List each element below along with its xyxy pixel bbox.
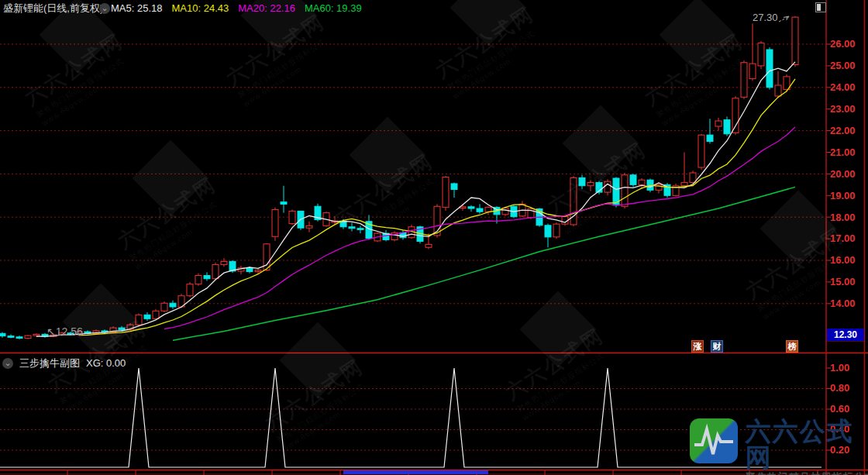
- axis-label: 15.00: [830, 277, 864, 287]
- axis-label: 19.00: [830, 191, 864, 201]
- site-tagline: 聚焦热门精品炒股指标公式: [746, 471, 868, 475]
- axis-label: 17.00: [830, 233, 864, 244]
- ma5-label: MA5: 25.18: [111, 2, 163, 15]
- axis-label: 25.00: [830, 60, 864, 71]
- axis-label: 24.00: [830, 82, 864, 93]
- axis-label: 21.00: [830, 147, 864, 158]
- badge-zhang[interactable]: 涨: [691, 340, 704, 353]
- site-name: 六六公式网: [746, 418, 868, 471]
- axis-label: 26.00: [830, 39, 864, 50]
- axis-label: 18.00: [830, 212, 864, 223]
- price-chart-canvas[interactable]: [0, 0, 868, 475]
- pulse-logo-icon: [690, 418, 738, 463]
- xg-value-label: XG: 0.00: [86, 357, 126, 369]
- sub-collapse-chevron-icon[interactable]: ⌄: [2, 358, 13, 369]
- axis-label: 16.00: [830, 255, 864, 266]
- horizontal-scrollbar-thumb[interactable]: [343, 470, 488, 474]
- ma10-label: MA10: 24.43: [172, 2, 229, 15]
- low-price-annotation: ↖12.56: [46, 325, 83, 338]
- site-logo[interactable]: 六六公式网 聚焦热门精品炒股指标公式 www.66gsw.com: [690, 418, 868, 475]
- axis-label: 14.00: [830, 298, 864, 309]
- ma20-label: MA20: 22.16: [238, 2, 295, 15]
- badge-bang[interactable]: 榜: [786, 340, 798, 353]
- axis-label: 20.00: [830, 169, 864, 180]
- ma-legend: MA5: 25.18 MA10: 24.43 MA20: 22.16 MA60:…: [111, 2, 362, 15]
- sub-axis-label: 1.00: [830, 363, 864, 373]
- ma60-label: MA60: 19.39: [305, 2, 362, 15]
- stock-chart-window: 六六公式网聚焦热门精品炒股指标公式www.66gsw.com 六六公式网聚焦热门…: [0, 0, 868, 475]
- sub-axis-label: 0.60: [830, 404, 864, 415]
- collapse-chevron-icon[interactable]: ⌄: [99, 3, 110, 14]
- stock-title: 盛新锂能(日线,前复权): [3, 2, 103, 15]
- ma5-line: [36, 62, 795, 336]
- axis-label: 23.00: [830, 104, 864, 115]
- arrow-up-left-icon: ↖: [46, 325, 56, 338]
- high-price-annotation: 27.30: [753, 12, 778, 23]
- last-price-marker: 12.30: [827, 329, 864, 341]
- sub-axis-label: 0.80: [830, 383, 864, 394]
- axis-style-icon[interactable]: [815, 2, 826, 12]
- sub-indicator-title: 三步擒牛副图: [19, 357, 80, 369]
- axis-label: 22.00: [830, 126, 864, 136]
- badge-cai[interactable]: 财: [711, 340, 723, 353]
